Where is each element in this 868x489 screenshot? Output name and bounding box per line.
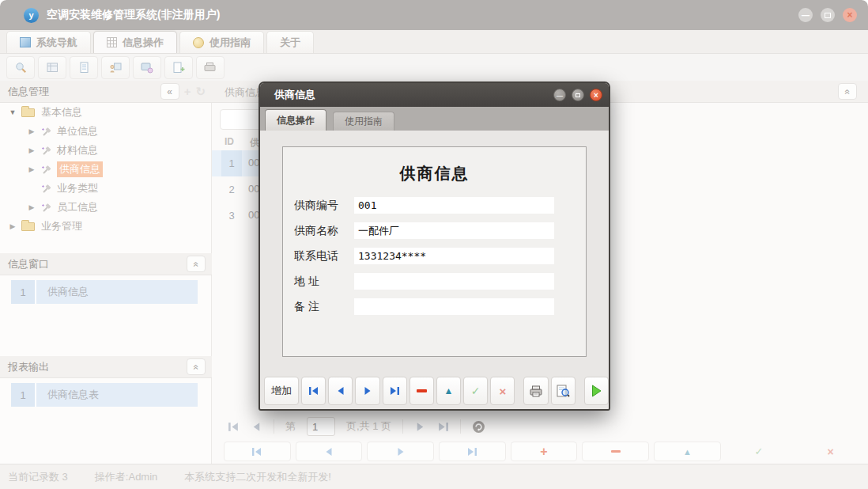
next-icon: [362, 386, 373, 396]
divider: [460, 419, 461, 434]
tree-item-business-type[interactable]: 业务类型: [0, 179, 212, 198]
add-icon[interactable]: +: [184, 85, 191, 98]
dialog-title-bar[interactable]: 供商信息 — ×: [260, 83, 609, 107]
tree-item-material-info[interactable]: ▶ 材料信息: [0, 141, 212, 160]
dlg-delete-button[interactable]: [409, 377, 434, 405]
new-document-button[interactable]: [164, 56, 193, 79]
tab-system-nav[interactable]: 系统导航: [6, 31, 91, 53]
preview-button[interactable]: [6, 56, 35, 79]
dialog-close-button[interactable]: ×: [590, 89, 602, 101]
dialog-maximize-button[interactable]: [572, 89, 584, 101]
remark-input[interactable]: [354, 298, 554, 315]
main-collapse-button[interactable]: «: [838, 83, 857, 100]
tree-item-employee-info[interactable]: ▶ 员工信息: [0, 198, 212, 217]
cancel-button[interactable]: ×: [797, 442, 864, 461]
dlg-next-button[interactable]: [355, 377, 379, 405]
supplier-name-input[interactable]: [354, 222, 554, 239]
document-add-icon: [172, 62, 185, 74]
prev-page-icon[interactable]: [251, 422, 262, 432]
nav-next-button[interactable]: [367, 442, 434, 461]
info-window-title: 信息窗口: [8, 257, 49, 271]
nav-prev-button[interactable]: [296, 442, 363, 461]
record-count-label: 当前记录数 3: [8, 470, 68, 484]
prev-icon: [323, 447, 334, 457]
tree-item-business-manage[interactable]: ▶ 业务管理: [0, 217, 212, 236]
next-page-icon[interactable]: [414, 422, 426, 432]
maximize-button[interactable]: [821, 8, 835, 22]
caret-right-icon[interactable]: ▶: [27, 203, 36, 211]
tree-label: 员工信息: [57, 200, 98, 214]
data-list-button[interactable]: [38, 56, 66, 79]
info-window-header: 信息窗口 «: [0, 253, 212, 275]
prev-icon: [335, 386, 346, 396]
supplier-code-input[interactable]: [354, 197, 554, 214]
printer-button[interactable]: [196, 56, 225, 79]
dlg-prev-button[interactable]: [328, 377, 353, 405]
caret-right-icon[interactable]: ▶: [27, 127, 36, 135]
tree-item-unit-info[interactable]: ▶ 单位信息: [0, 122, 212, 141]
add-record-button[interactable]: 增加: [264, 377, 299, 405]
tree-item-supplier-info[interactable]: ▶ 供商信息: [0, 160, 212, 179]
info-window-row[interactable]: 1 供商信息: [11, 280, 198, 304]
dlg-edit-button[interactable]: ▲: [436, 377, 461, 405]
info-window-collapse-button[interactable]: «: [187, 256, 206, 272]
last-page-icon[interactable]: [437, 422, 449, 432]
dlg-preview-button[interactable]: [551, 377, 576, 405]
refresh-icon[interactable]: [472, 420, 485, 434]
tab-info-operation[interactable]: 信息操作: [93, 31, 177, 53]
dlg-print-button[interactable]: [523, 377, 548, 405]
check-icon: ✓: [755, 445, 764, 457]
dlg-last-button[interactable]: [383, 377, 407, 405]
delete-button[interactable]: [582, 442, 649, 461]
caret-right-icon[interactable]: ▶: [8, 222, 17, 230]
title-bar: y 空调安装维修管理系统(非注册用户) — ×: [0, 0, 868, 30]
caret-down-icon[interactable]: ▼: [8, 108, 17, 116]
post-button[interactable]: ✓: [726, 442, 793, 461]
play-icon: [591, 385, 602, 397]
refresh-icon[interactable]: ↻: [195, 85, 206, 99]
dialog-tab-info-operation[interactable]: 信息操作: [265, 109, 326, 131]
field-label: 供商名称: [294, 224, 354, 238]
sidebar-collapse-button[interactable]: «: [160, 83, 179, 100]
field-label: 联系电话: [294, 249, 354, 263]
report-output-collapse-button[interactable]: «: [187, 358, 206, 375]
phone-input[interactable]: [354, 248, 554, 264]
operator-button[interactable]: [101, 56, 130, 79]
minimize-button[interactable]: —: [798, 8, 813, 22]
nav-first-button[interactable]: [224, 442, 291, 461]
system-nav-icon: [20, 37, 31, 47]
tab-label: 关于: [280, 36, 300, 50]
dlg-post-button[interactable]: ✓: [463, 377, 488, 405]
guide-icon: [193, 37, 204, 48]
chevrons-up-icon: «: [191, 364, 202, 370]
report-button[interactable]: [70, 56, 98, 79]
dlg-first-button[interactable]: [301, 377, 326, 405]
document-icon: [78, 62, 90, 74]
page-number-input[interactable]: [307, 417, 335, 436]
close-button[interactable]: ×: [843, 8, 857, 22]
report-output-row[interactable]: 1 供商信息表: [11, 383, 198, 407]
caret-right-icon[interactable]: ▶: [27, 146, 36, 154]
tab-user-guide[interactable]: 使用指南: [179, 31, 264, 53]
first-page-icon[interactable]: [228, 422, 240, 432]
tab-label: 系统导航: [36, 36, 77, 50]
tree-item-basic-info[interactable]: ▼ 基本信息: [0, 103, 212, 122]
insert-button[interactable]: +: [511, 442, 578, 461]
divider: [402, 419, 403, 434]
status-bar: 当前记录数 3 操作者:Admin 本系统支持二次开发和全新开发!: [0, 464, 868, 489]
caret-right-icon[interactable]: ▶: [27, 165, 36, 173]
window-button[interactable]: [133, 56, 161, 79]
address-input[interactable]: [354, 273, 554, 290]
first-icon: [251, 447, 262, 457]
edit-button[interactable]: ▲: [654, 442, 721, 461]
tab-about[interactable]: 关于: [266, 31, 314, 53]
dialog-minimize-button[interactable]: —: [553, 89, 566, 101]
chevrons-up-icon: «: [842, 89, 853, 94]
grid-cell-index: 2: [221, 176, 242, 203]
dialog-tab-user-guide[interactable]: 使用指南: [333, 112, 394, 131]
dlg-cancel-button[interactable]: ×: [490, 377, 515, 405]
window-title: 空调安装维修管理系统(非注册用户): [47, 8, 220, 22]
dlg-execute-button[interactable]: [584, 377, 609, 405]
grid-cell-index: 1: [221, 150, 242, 176]
nav-last-button[interactable]: [439, 442, 506, 461]
